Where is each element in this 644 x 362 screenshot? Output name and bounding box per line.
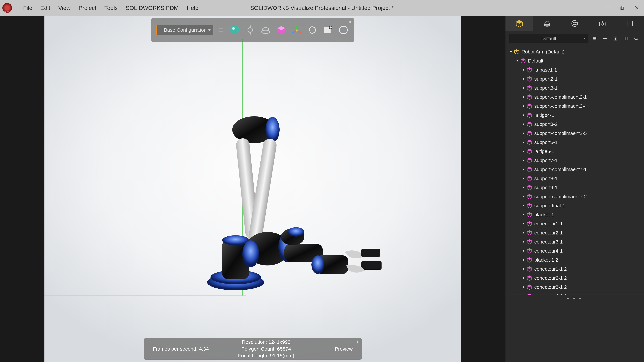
tab-appearances[interactable] bbox=[533, 16, 561, 31]
svg-marker-71 bbox=[521, 58, 525, 61]
svg-marker-46 bbox=[516, 20, 522, 24]
svg-point-48 bbox=[572, 20, 578, 26]
svg-marker-93 bbox=[523, 132, 524, 134]
world-axes-icon[interactable] bbox=[291, 24, 303, 36]
configuration-list-button[interactable] bbox=[217, 25, 225, 35]
tree-part[interactable]: placket-1 bbox=[506, 210, 644, 219]
tree-part[interactable]: conecteur2-1 bbox=[506, 228, 644, 237]
isolate-icon[interactable] bbox=[244, 24, 256, 36]
svg-rect-22 bbox=[362, 261, 382, 270]
tab-libraries[interactable] bbox=[616, 16, 644, 31]
close-button[interactable] bbox=[630, 0, 644, 16]
menu-file[interactable]: File bbox=[19, 5, 36, 11]
tree-part[interactable]: la base1-1 bbox=[506, 65, 644, 74]
configuration-dropdown[interactable]: Base Configuration bbox=[156, 25, 214, 35]
tree-part[interactable]: la tige4-1 bbox=[506, 111, 644, 120]
fps-label: Frames per second: bbox=[153, 346, 199, 352]
svg-marker-102 bbox=[523, 160, 524, 161]
refresh-icon[interactable] bbox=[306, 24, 318, 36]
tree-part[interactable]: support-complimaent2-1 bbox=[506, 92, 644, 102]
pin-icon[interactable]: ✦ bbox=[348, 19, 352, 25]
tree-root[interactable]: Robot Arm (Default) bbox=[506, 47, 644, 56]
tree-part[interactable]: la tige6-1 bbox=[506, 147, 644, 156]
svg-marker-117 bbox=[523, 205, 524, 206]
svg-marker-108 bbox=[523, 178, 524, 179]
svg-point-27 bbox=[232, 27, 235, 30]
tree-part[interactable]: support final-1 bbox=[506, 201, 644, 210]
svg-marker-129 bbox=[523, 241, 524, 243]
svg-point-26 bbox=[230, 26, 239, 34]
tree-part[interactable]: conecteur3-1 2 bbox=[506, 283, 644, 292]
turntable-icon[interactable] bbox=[260, 24, 272, 36]
svg-marker-141 bbox=[523, 277, 524, 279]
tab-cameras[interactable] bbox=[589, 16, 616, 31]
menu-tools[interactable]: Tools bbox=[100, 5, 122, 11]
tree-part[interactable]: support5-1 bbox=[506, 138, 644, 147]
polycount-label: Polygon Count: bbox=[241, 346, 277, 352]
viewport-area: ✦ Base Configuration ✦ Frames per second… bbox=[0, 16, 506, 362]
preset-dropdown[interactable]: Default bbox=[509, 34, 588, 43]
svg-marker-140 bbox=[527, 267, 532, 269]
menu-edit[interactable]: Edit bbox=[36, 5, 54, 11]
model-robot-arm[interactable] bbox=[206, 110, 393, 294]
tree-part[interactable]: conecteur4-1 2 bbox=[506, 292, 644, 295]
focal-value: 91.15(mm) bbox=[270, 353, 294, 358]
tree-part[interactable]: support8-1 bbox=[506, 174, 644, 183]
tree-part[interactable]: support-complimaent7-1 bbox=[506, 165, 644, 174]
menu-project[interactable]: Project bbox=[74, 5, 100, 11]
svg-rect-2 bbox=[621, 7, 623, 9]
render-icon[interactable] bbox=[337, 24, 349, 36]
model-tree[interactable]: Robot Arm (Default)Defaultla base1-1supp… bbox=[506, 46, 644, 295]
tree-part[interactable]: conecteur4-1 bbox=[506, 246, 644, 255]
pin-icon[interactable]: ✦ bbox=[356, 339, 360, 345]
tree-part[interactable]: support9-1 bbox=[506, 183, 644, 192]
svg-point-50 bbox=[601, 23, 604, 25]
add-button[interactable] bbox=[601, 34, 609, 43]
resolution-value: 1241x993 bbox=[268, 339, 290, 345]
svg-marker-120 bbox=[523, 214, 524, 216]
tree-part[interactable]: support-complimaent7-2 bbox=[506, 192, 644, 201]
menu-view[interactable]: View bbox=[54, 5, 74, 11]
add-media-icon[interactable] bbox=[322, 24, 334, 36]
tree-part[interactable]: support-complimaent2-5 bbox=[506, 129, 644, 138]
svg-marker-143 bbox=[527, 276, 532, 278]
viewport-3d[interactable]: ✦ Base Configuration ✦ Frames per second… bbox=[44, 16, 461, 362]
tree-part[interactable]: support3-1 bbox=[506, 83, 644, 92]
menu-pdm[interactable]: SOLIDWORKS PDM bbox=[122, 5, 183, 11]
tree-part[interactable]: support-complimaent2-4 bbox=[506, 102, 644, 111]
tree-part[interactable]: conecteur3-1 bbox=[506, 237, 644, 246]
svg-marker-72 bbox=[523, 69, 524, 71]
app-icon bbox=[2, 3, 12, 13]
maximize-button[interactable] bbox=[615, 0, 630, 16]
svg-marker-116 bbox=[527, 194, 532, 197]
svg-marker-84 bbox=[523, 105, 524, 107]
tree-part[interactable]: conecteur1-1 2 bbox=[506, 265, 644, 274]
split-view-button[interactable] bbox=[622, 34, 630, 43]
svg-marker-137 bbox=[527, 258, 532, 260]
search-button[interactable] bbox=[632, 34, 640, 43]
svg-marker-90 bbox=[523, 123, 524, 125]
svg-marker-95 bbox=[527, 131, 532, 133]
tree-part[interactable]: conecteur2-1 2 bbox=[506, 274, 644, 283]
svg-rect-1 bbox=[621, 6, 624, 9]
tree-part[interactable]: support7-1 bbox=[506, 156, 644, 165]
tree-group[interactable]: Default bbox=[506, 56, 644, 65]
magic-box-icon[interactable] bbox=[275, 24, 287, 36]
tree-part[interactable]: conecteur1-1 bbox=[506, 219, 644, 228]
svg-marker-122 bbox=[527, 212, 532, 215]
minimize-button[interactable] bbox=[601, 0, 615, 16]
menu-help[interactable]: Help bbox=[183, 5, 202, 11]
list-view-button[interactable] bbox=[591, 34, 599, 43]
import-button[interactable] bbox=[612, 34, 620, 43]
tree-part[interactable]: placket-1 2 bbox=[506, 255, 644, 265]
svg-marker-99 bbox=[523, 150, 524, 152]
svg-point-20 bbox=[312, 255, 324, 274]
svg-marker-66 bbox=[510, 51, 512, 52]
tab-environments[interactable] bbox=[561, 16, 588, 31]
sphere-appearance-icon[interactable] bbox=[229, 24, 241, 36]
tab-models[interactable] bbox=[506, 16, 533, 31]
tree-part[interactable]: support3-2 bbox=[506, 120, 644, 129]
tree-more[interactable]: • • • bbox=[506, 295, 644, 302]
right-panel: Default Robot Arm (Default)Defaultla bas… bbox=[506, 16, 644, 362]
tree-part[interactable]: support2-1 bbox=[506, 74, 644, 83]
